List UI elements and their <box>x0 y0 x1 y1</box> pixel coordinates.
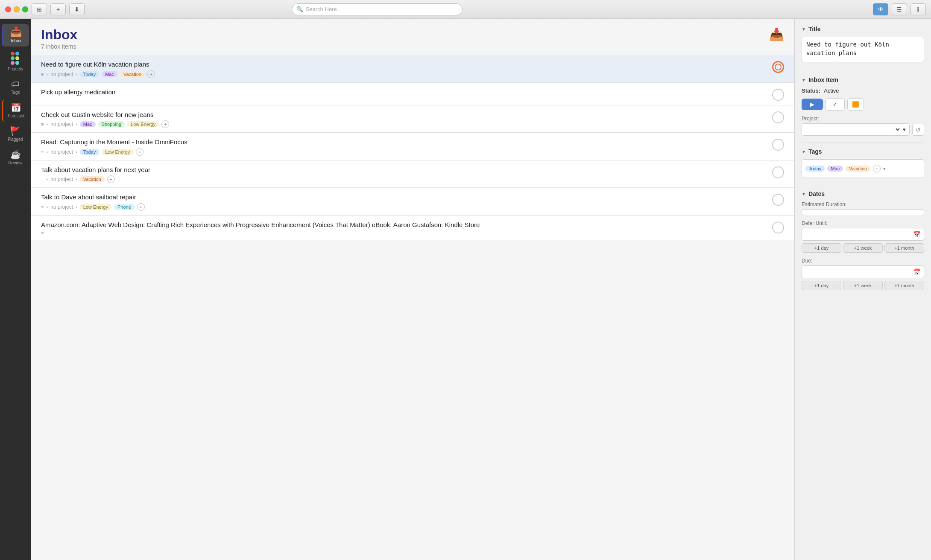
task-meta: ≡ <box>41 230 767 236</box>
right-panel: ▼ Title ▼ Inbox Item Status: Active ▶ ✓ <box>794 19 931 560</box>
sidebar-item-review[interactable]: ☕ Review <box>2 147 29 169</box>
title-field[interactable] <box>802 37 924 62</box>
task-complete-circle[interactable] <box>772 166 784 178</box>
sidebar: 📥 Inbox Projects 🏷 Tags 📅 Forecast 🚩 Fla <box>0 19 31 560</box>
task-complete-circle[interactable] <box>772 89 784 101</box>
due-quick-add-row: +1 day +1 week +1 month <box>802 281 924 290</box>
task-complete-circle[interactable] <box>772 111 784 123</box>
add-item-button[interactable]: + <box>50 3 66 15</box>
task-meta: ≡ • no project • Vacation + <box>41 175 767 183</box>
view-toggle-button[interactable]: 👁 <box>873 3 888 15</box>
note-icon: ≡ <box>41 230 44 236</box>
task-item[interactable]: Talk about vacation plans for next year … <box>31 160 794 188</box>
inbox-header: Inbox 7 inbox items 📥 <box>31 19 794 55</box>
minimize-button[interactable] <box>14 6 20 12</box>
tags-section: ▼ Tags Today Mac Vacation + ▾ <box>802 148 924 178</box>
forecast-icon: 📅 <box>11 103 21 112</box>
fullscreen-button[interactable] <box>22 6 28 12</box>
sidebar-item-projects[interactable]: Projects <box>2 48 29 75</box>
dot: • <box>46 122 48 127</box>
project-dropdown[interactable] <box>805 126 901 133</box>
sidebar-item-forecast[interactable]: 📅 Forecast <box>2 100 29 122</box>
note-icon: ≡ <box>41 204 44 210</box>
dot: • <box>46 204 48 210</box>
close-button[interactable] <box>5 6 11 12</box>
inbox-list: Need to figure out Köln vacation plans ≡… <box>31 55 794 560</box>
task-complete-circle[interactable] <box>772 139 784 151</box>
task-item[interactable]: Check out Gustin website for new jeans ≡… <box>31 105 794 133</box>
task-complete-circle[interactable] <box>772 222 784 233</box>
due-plus-month-button[interactable]: +1 month <box>884 281 924 290</box>
dot: • <box>76 204 77 210</box>
defer-plus-month-button[interactable]: +1 month <box>884 243 924 253</box>
due-plus-day-button[interactable]: +1 day <box>802 281 841 290</box>
download-button[interactable]: ⬇ <box>69 3 85 15</box>
tag: Vacation <box>80 176 105 182</box>
add-tag-button[interactable]: + <box>137 203 145 211</box>
sidebar-toggle-button[interactable]: ⊞ <box>32 3 47 15</box>
dates-section-label: Dates <box>808 190 825 197</box>
tags-section-header[interactable]: ▼ Tags <box>802 148 924 155</box>
info-button[interactable]: ℹ <box>911 3 926 15</box>
due-field[interactable]: 📅 <box>802 265 924 278</box>
project-select[interactable]: ▾ <box>802 123 910 136</box>
tags-field[interactable]: Today Mac Vacation + ▾ <box>802 159 924 178</box>
titlebar-right: 👁 ☰ ℹ <box>873 3 926 15</box>
estimated-duration-field[interactable] <box>802 209 924 215</box>
review-icon: ☕ <box>10 150 21 159</box>
project-refresh-button[interactable]: ↺ <box>912 124 924 136</box>
note-icon: ≡ <box>41 149 44 155</box>
dot: • <box>76 122 77 127</box>
calendar-icon: 📅 <box>913 231 920 238</box>
play-button[interactable]: ▶ <box>802 99 823 110</box>
sidebar-item-label: Inbox <box>11 38 21 43</box>
sidebar-item-inbox[interactable]: 📥 Inbox <box>2 24 29 47</box>
title-section-header[interactable]: ▼ Title <box>802 26 924 32</box>
chevron-down-icon: ▼ <box>802 78 806 82</box>
task-item[interactable]: Amazon.com: Adaptive Web Design: Craftin… <box>31 216 794 241</box>
inbox-item-section-header[interactable]: ▼ Inbox Item <box>802 76 924 83</box>
task-item[interactable]: Talk to Dave about sailboat repair ≡ • n… <box>31 188 794 216</box>
add-tag-button[interactable]: + <box>136 148 143 156</box>
traffic-lights <box>5 6 28 12</box>
add-tag-button[interactable]: + <box>147 70 155 78</box>
defer-until-field[interactable]: 📅 <box>802 228 924 241</box>
task-complete-circle[interactable] <box>772 61 784 73</box>
defer-plus-day-button[interactable]: +1 day <box>802 243 841 253</box>
task-content: Amazon.com: Adaptive Web Design: Craftin… <box>41 221 767 236</box>
add-tag-button[interactable]: + <box>107 175 115 183</box>
dot: • <box>46 177 48 182</box>
task-content: Talk about vacation plans for next year … <box>41 166 767 184</box>
dates-section-header[interactable]: ▼ Dates <box>802 190 924 197</box>
project-name: no project <box>50 149 73 155</box>
project-select-wrapper: ▾ ↺ <box>802 123 924 136</box>
add-tag-button[interactable]: + <box>161 120 169 128</box>
tag: Mac <box>80 121 96 127</box>
task-item[interactable]: Read: Capturing in the Moment - Inside O… <box>31 133 794 160</box>
task-title: Read: Capturing in the Moment - Inside O… <box>41 138 767 146</box>
sidebar-item-label: Tags <box>11 90 20 95</box>
list-view-button[interactable]: ☰ <box>892 3 907 15</box>
task-title: Pick up allergy medication <box>41 88 767 96</box>
note-icon: ≡ <box>41 72 44 77</box>
due-label: Due: <box>802 258 924 264</box>
flag-button[interactable]: 🟧 <box>847 98 864 111</box>
due-plus-week-button[interactable]: +1 week <box>843 281 883 290</box>
tags-section-label: Tags <box>808 148 822 155</box>
task-complete-circle[interactable] <box>772 194 784 206</box>
sidebar-item-tags[interactable]: 🏷 Tags <box>2 76 29 98</box>
inbox-subtitle: 7 inbox items <box>41 43 77 50</box>
task-item[interactable]: Need to figure out Köln vacation plans ≡… <box>31 55 794 83</box>
check-button[interactable]: ✓ <box>826 98 845 111</box>
defer-plus-week-button[interactable]: +1 week <box>843 243 883 253</box>
task-item[interactable]: Pick up allergy medication <box>31 83 794 105</box>
sidebar-item-flagged[interactable]: 🚩 Flagged <box>2 123 29 145</box>
inbox-icon-header: 📥 <box>769 27 784 41</box>
tag-vacation: Vacation <box>846 166 870 172</box>
tag-mac: Mac <box>827 166 843 172</box>
dates-section: ▼ Dates Estimated Duration: Defer Until:… <box>802 190 924 290</box>
add-tag-button[interactable]: + <box>873 165 881 172</box>
search-bar[interactable]: 🔍 Search Here <box>292 3 463 15</box>
titlebar: ⊞ + ⬇ 🔍 Search Here 👁 ☰ ℹ <box>0 0 931 19</box>
tag: Phone <box>114 204 135 210</box>
